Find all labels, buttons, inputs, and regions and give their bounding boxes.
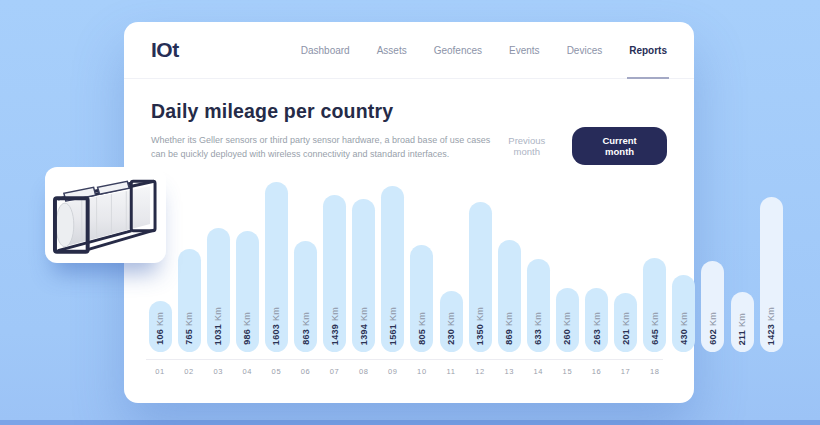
period-controls: Previous month Current month xyxy=(494,127,667,165)
brand-logo[interactable]: IOt xyxy=(151,38,179,62)
current-month-button[interactable]: Current month xyxy=(572,127,667,165)
mileage-bar-label: 602 Km xyxy=(708,312,718,345)
tank-container-photo-card xyxy=(45,167,166,263)
nav-item-geofences[interactable]: Geofences xyxy=(434,22,482,78)
previous-month-button[interactable]: Previous month xyxy=(494,135,559,157)
nav-item-events[interactable]: Events xyxy=(509,22,540,78)
mileage-bar: 211 Km xyxy=(731,292,754,352)
mileage-bar: 1423 Km xyxy=(760,197,783,352)
page: { "brand": { "logo_text": "IOt", "color"… xyxy=(0,0,820,425)
report-description: Whether its Geller sensors or third part… xyxy=(151,133,494,162)
nav-item-reports[interactable]: Reports xyxy=(629,22,667,78)
main-nav: DashboardAssetsGeofencesEventsDevicesRep… xyxy=(301,22,667,78)
mileage-bar: 602 Km xyxy=(701,261,724,352)
report-head: Daily mileage per country Whether its Ge… xyxy=(124,79,694,165)
mileage-bar-label: 1423 Km xyxy=(766,307,776,345)
nav-item-dashboard[interactable]: Dashboard xyxy=(301,22,350,78)
page-title: Daily mileage per country xyxy=(151,100,494,123)
nav-item-assets[interactable]: Assets xyxy=(377,22,407,78)
report-intro: Daily mileage per country Whether its Ge… xyxy=(151,100,494,162)
report-card: IOt DashboardAssetsGeofencesEventsDevice… xyxy=(124,22,694,403)
nav-item-devices[interactable]: Devices xyxy=(567,22,603,78)
tank-container-photo xyxy=(52,174,159,256)
card-header: IOt DashboardAssetsGeofencesEventsDevice… xyxy=(124,22,694,79)
mileage-bar-label: 211 Km xyxy=(737,313,747,345)
